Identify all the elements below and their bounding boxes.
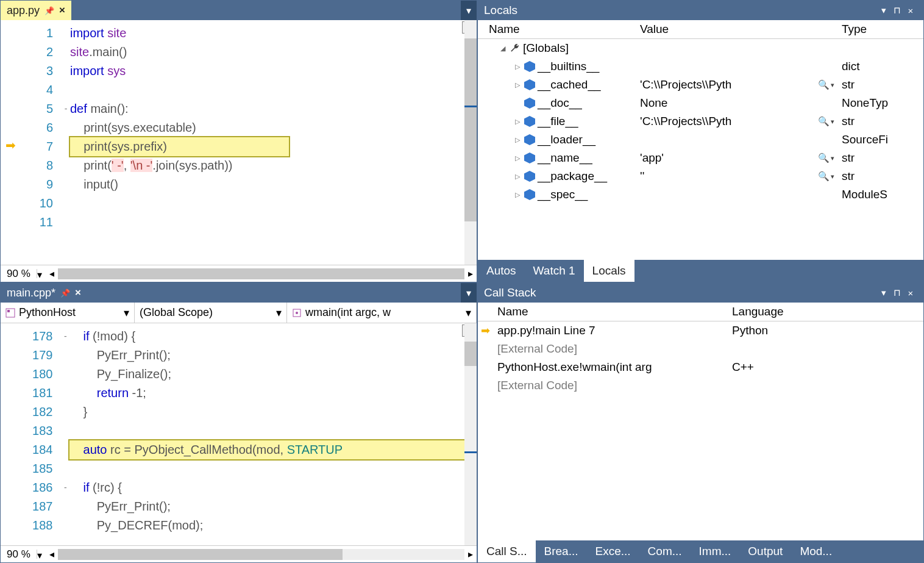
bottom-tab[interactable]: Mod... [791,540,840,562]
var-type: dict [838,60,911,73]
nav-function-dropdown[interactable]: wmain(int argc, w ▾ [287,303,477,323]
callstack-frame[interactable]: ➡app.py!main Line 7Python [478,321,923,340]
vertical-scrollbar[interactable] [464,20,477,265]
horizontal-scrollbar[interactable] [58,268,464,279]
code-area[interactable]: if (!mod) { PyErr_Print(); Py_Finalize()… [69,323,464,545]
visualizer-dropdown-icon[interactable]: ▾ [831,118,834,126]
visualizer-dropdown-icon[interactable]: ▾ [831,173,834,181]
scroll-left-icon[interactable]: ◂ [49,548,54,560]
editor-body[interactable]: 178179180181182183184185186187188 - - if… [1,323,477,545]
callstack-grid[interactable]: ➡app.py!main Line 7Python[External Code]… [478,321,923,540]
col-name[interactable]: Name [492,305,728,318]
vertical-scrollbar[interactable] [464,323,477,545]
locals-var-row[interactable]: ▷__spec__ModuleS [478,185,923,204]
var-name: __file__ [538,115,578,128]
magnifier-icon[interactable]: 🔍 [818,171,830,182]
scroll-left-icon[interactable]: ◂ [49,268,54,279]
zoom-level[interactable]: 90 % [4,548,33,561]
close-icon[interactable]: × [904,5,917,16]
variable-icon [524,189,535,200]
callstack-frame[interactable]: PythonHost.exe!wmain(int argC++ [478,358,923,376]
callstack-frame[interactable]: [External Code] [478,340,923,358]
col-language[interactable]: Language [728,305,911,318]
pin-icon[interactable]: 📌 [60,289,70,298]
svg-rect-1 [7,310,10,312]
breakpoint-gutter[interactable] [1,323,25,545]
var-type: SourceFi [838,133,911,146]
expander-icon[interactable]: ▷ [513,154,522,162]
col-type[interactable]: Type [838,23,911,36]
bottom-tab[interactable]: Exce... [587,540,639,562]
function-icon [292,308,302,318]
bottom-tab[interactable]: Watch 1 [525,260,584,282]
magnifier-icon[interactable]: 🔍 [818,116,830,127]
locals-var-row[interactable]: ▷__package__''🔍▾str [478,167,923,185]
editor-body[interactable]: ➡ 1234567891011 - import sitesite.main()… [1,20,477,265]
magnifier-icon[interactable]: 🔍 [818,79,830,90]
var-value: 'C:\\Projects\\Pyth [640,78,731,91]
var-type: str [838,78,911,91]
locals-var-row[interactable]: ▷__builtins__dict [478,57,923,76]
expander-icon[interactable]: ▷ [513,136,522,144]
fold-gutter[interactable]: - - [61,323,69,545]
window-position-icon[interactable]: ▾ [877,5,890,16]
callstack-columns[interactable]: Name Language [478,303,923,321]
tab-overflow-dropdown[interactable]: ▾ [461,1,477,20]
var-value: None [640,96,667,110]
callstack-frame[interactable]: [External Code] [478,376,923,395]
locals-var-row[interactable]: __doc__NoneNoneTyp [478,94,923,112]
tab-main-cpp[interactable]: main.cpp* 📌 × [1,283,87,303]
tab-app-py[interactable]: app.py 📌 × [1,1,71,20]
locals-grid[interactable]: ◢ [Globals] ▷__builtins__dict▷__cached__… [478,39,923,260]
close-icon[interactable]: × [904,288,917,298]
expander-icon[interactable]: ▷ [513,191,522,199]
locals-columns[interactable]: Name Value Type [478,20,923,39]
close-icon[interactable]: × [59,4,65,16]
locals-var-row[interactable]: ▷__name__'app'🔍▾str [478,149,923,167]
pin-icon[interactable]: ⊓ [890,287,904,298]
horizontal-scrollbar[interactable] [58,549,464,560]
current-frame-arrow-icon: ➡ [478,324,492,337]
locals-root-row[interactable]: ◢ [Globals] [478,39,923,57]
zoom-dropdown-icon[interactable]: ▾ [37,550,46,559]
expander-icon[interactable]: ▷ [513,118,522,126]
zoom-dropdown-icon[interactable]: ▾ [37,269,46,278]
col-value[interactable]: Value [636,23,838,36]
nav-project-dropdown[interactable]: PythonHost ▾ [1,303,135,323]
fold-gutter[interactable]: - [62,20,70,265]
visualizer-dropdown-icon[interactable]: ▾ [831,81,834,89]
code-area[interactable]: import sitesite.main()import sys def mai… [70,20,464,265]
pin-icon[interactable]: 📌 [44,6,54,15]
expander-icon[interactable]: ▷ [513,173,522,181]
bottom-tab[interactable]: Call S... [478,540,536,562]
frame-name: [External Code] [492,379,728,392]
window-position-icon[interactable]: ▾ [877,287,890,298]
breakpoint-gutter[interactable]: ➡ [1,20,25,265]
scroll-right-icon[interactable]: ▸ [468,548,473,560]
magnifier-icon[interactable]: 🔍 [818,152,830,163]
locals-var-row[interactable]: ▷__loader__SourceFi [478,131,923,149]
nav-scope-dropdown[interactable]: (Global Scope) ▾ [135,303,287,323]
bottom-tab[interactable]: Autos [478,260,525,282]
expander-icon[interactable]: ▷ [513,63,522,71]
callstack-header[interactable]: Call Stack ▾ ⊓ × [478,283,923,303]
tab-overflow-dropdown[interactable]: ▾ [461,283,477,303]
zoom-level[interactable]: 90 % [4,268,33,280]
bottom-tab[interactable]: Brea... [536,540,587,562]
col-name[interactable]: Name [478,23,636,36]
locals-title: Locals [484,4,517,17]
locals-header[interactable]: Locals ▾ ⊓ × [478,1,923,20]
bottom-tab[interactable]: Output [739,540,791,562]
expander-icon[interactable]: ◢ [499,45,507,52]
visualizer-dropdown-icon[interactable]: ▾ [831,154,834,162]
var-type: NoneTyp [838,96,911,110]
pin-icon[interactable]: ⊓ [890,5,904,16]
bottom-tab[interactable]: Locals [584,260,634,282]
scroll-right-icon[interactable]: ▸ [468,268,473,279]
bottom-tab[interactable]: Imm... [691,540,740,562]
expander-icon[interactable]: ▷ [513,81,522,89]
locals-var-row[interactable]: ▷__cached__'C:\\Projects\\Pyth🔍▾str [478,76,923,94]
close-icon[interactable]: × [75,287,81,299]
locals-var-row[interactable]: ▷__file__'C:\\Projects\\Pyth🔍▾str [478,112,923,131]
bottom-tab[interactable]: Com... [639,540,691,562]
